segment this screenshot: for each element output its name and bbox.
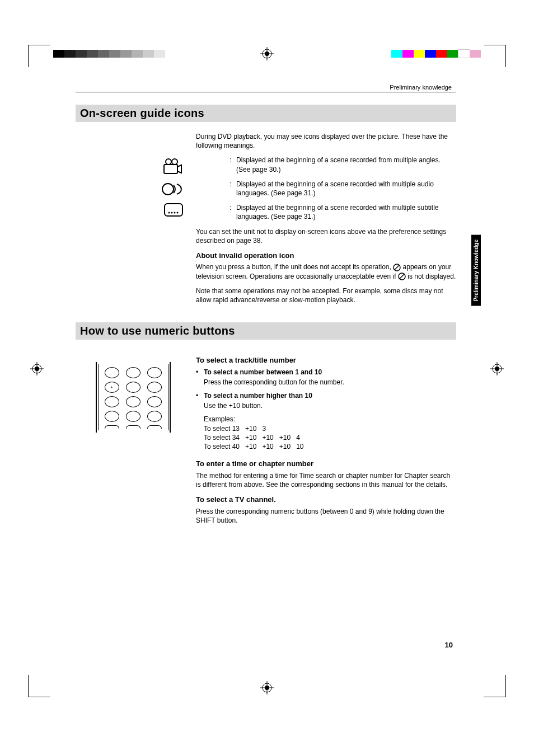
crop-mark-br: [484, 675, 506, 697]
select-higher-10-bullet: To select a number higher than 10: [204, 391, 456, 400]
section-tab: Preliminary Knowledge: [471, 235, 481, 306]
angle-icon-description: Displayed at the beginning of a scene re…: [236, 156, 456, 173]
examples-table: To select 13+103To select 34+10+10+104To…: [204, 424, 309, 452]
examples-block: Examples: To select 13+103To select 34+1…: [204, 415, 456, 451]
svg-point-23: [174, 212, 176, 214]
registration-mark-bottom: [260, 681, 274, 694]
svg-rect-20: [165, 204, 182, 216]
section-heading-onscreen-icons: On-screen guide icons: [76, 105, 456, 122]
crop-mark-bl: [28, 675, 50, 697]
svg-point-19: [162, 184, 174, 195]
invalid-operation-paragraph-2: Note that some operations may not be acc…: [196, 287, 456, 304]
section-heading-numeric-buttons: How to use numeric buttons: [76, 322, 456, 340]
prohibit-icon: [393, 264, 401, 271]
prohibit-icon: [398, 273, 406, 280]
enter-time-heading: To enter a time or chapter number: [196, 459, 456, 469]
examples-label: Examples:: [204, 415, 456, 424]
select-tv-body: Press the corresponding numeric buttons …: [196, 507, 456, 525]
crop-mark-tl: [28, 45, 50, 67]
svg-line-26: [395, 265, 399, 270]
page-number: 10: [445, 641, 453, 649]
crop-mark-tr: [484, 45, 506, 67]
remote-keypad-illustration: +: [96, 362, 171, 433]
subtitle-language-icon: [163, 203, 184, 217]
svg-point-22: [171, 212, 173, 214]
registration-mark-top: [260, 47, 274, 60]
subtitle-icon-description: Displayed at the beginning of a scene re…: [236, 203, 456, 221]
audio-language-icon: [161, 182, 184, 196]
svg-point-24: [177, 212, 179, 214]
svg-rect-18: [164, 165, 177, 173]
registration-mark-right: [490, 362, 504, 375]
select-1-10-bullet: To select a number between 1 and 10: [204, 368, 456, 377]
select-track-heading: To select a track/title number: [196, 355, 456, 365]
enter-time-body: The method for entering a time for Time …: [196, 471, 456, 489]
invalid-operation-heading: About invalid operation icon: [196, 251, 456, 261]
svg-point-21: [168, 212, 170, 214]
invalid-operation-paragraph-1: When you press a button, if the unit doe…: [196, 262, 456, 280]
select-tv-heading: To select a TV channel.: [196, 495, 456, 505]
grayscale-calibration-bar: [53, 50, 165, 58]
select-1-10-body: Press the corresponding button for the n…: [204, 378, 456, 387]
svg-point-16: [166, 159, 171, 165]
running-head: Preliminary knowledge: [76, 84, 456, 92]
intro-text: During DVD playback, you may see icons d…: [196, 132, 456, 150]
angle-icon: [162, 158, 184, 176]
registration-mark-left: [30, 362, 44, 375]
preference-note: You can set the unit not to display on-s…: [196, 227, 456, 245]
select-higher-10-body: Use the +10 button.: [204, 401, 456, 410]
audio-icon-description-row: : Displayed at the beginning of a scene …: [196, 180, 456, 198]
svg-line-28: [400, 274, 404, 279]
subtitle-icon-description-row: : Displayed at the beginning of a scene …: [196, 203, 456, 221]
page-content: Preliminary knowledge On-screen guide ic…: [76, 84, 456, 530]
color-calibration-bar: [391, 50, 481, 58]
audio-icon-description: Displayed at the beginning of a scene re…: [236, 180, 456, 198]
svg-point-17: [172, 159, 177, 165]
angle-icon-description-row: : Displayed at the beginning of a scene …: [196, 156, 456, 173]
